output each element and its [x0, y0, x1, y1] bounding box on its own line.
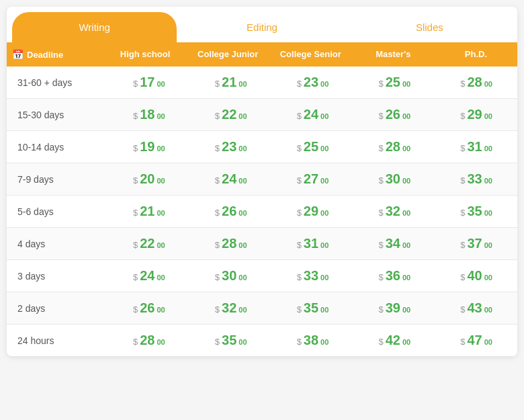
price-main: 25 [304, 139, 318, 155]
price-cell: $1700 [108, 67, 190, 98]
dollar-sign: $ [215, 337, 220, 347]
deadline-label: 31-60 + days [7, 69, 108, 96]
dollar-sign: $ [215, 79, 220, 89]
table-row: 3 days$2400$3000$3300$3600$4000 [7, 260, 517, 292]
price-cell: $1800 [108, 99, 190, 130]
price-main: 22 [222, 107, 236, 122]
price-main: 30 [222, 268, 236, 284]
deadline-label: 10-14 days [7, 134, 108, 161]
header-highschool: High school [104, 42, 187, 67]
deadline-label: 7-9 days [7, 166, 108, 193]
price-cents: 00 [157, 80, 165, 88]
price-cents: 00 [484, 144, 492, 153]
dollar-sign: $ [297, 240, 302, 250]
dollar-sign: $ [378, 79, 383, 89]
price-cell: $2900 [435, 99, 517, 130]
dollar-sign: $ [297, 272, 302, 282]
dollar-sign: $ [460, 240, 465, 250]
price-cents: 00 [238, 112, 247, 120]
dollar-sign: $ [133, 337, 138, 347]
dollar-sign: $ [378, 143, 383, 153]
deadline-label: 2 days [7, 295, 108, 322]
dollar-sign: $ [460, 272, 465, 282]
table-row: 5-6 days$2100$2600$2900$3200$3500 [7, 196, 517, 228]
price-cell: $3000 [353, 163, 435, 195]
dollar-sign: $ [297, 175, 302, 185]
dollar-sign: $ [215, 143, 220, 153]
dollar-sign: $ [378, 111, 383, 121]
header-phd: Ph.D. [435, 42, 517, 67]
price-main: 25 [386, 75, 400, 90]
price-cents: 00 [238, 80, 247, 88]
dollar-sign: $ [133, 143, 138, 153]
price-main: 22 [140, 236, 155, 251]
price-cell: $2700 [272, 163, 354, 195]
price-cents: 00 [157, 112, 165, 120]
price-main: 34 [386, 236, 400, 251]
price-main: 35 [222, 333, 236, 348]
table-row: 31-60 + days$1700$2100$2300$2500$2800 [7, 67, 517, 99]
price-main: 38 [304, 333, 318, 348]
price-cell: $3300 [435, 163, 517, 195]
tab-writing[interactable]: Writing [12, 12, 177, 42]
dollar-sign: $ [460, 175, 465, 185]
tab-slides[interactable]: Slides [347, 12, 512, 42]
price-cell: $2400 [190, 163, 272, 195]
price-cents: 00 [320, 306, 329, 314]
price-cell: $3400 [353, 228, 435, 259]
dollar-sign: $ [133, 272, 138, 282]
price-cents: 00 [402, 306, 410, 314]
price-cents: 00 [484, 112, 492, 120]
price-main: 31 [467, 139, 482, 155]
price-cell: $2000 [108, 163, 190, 195]
dollar-sign: $ [297, 111, 302, 121]
price-main: 30 [386, 171, 400, 187]
price-main: 27 [304, 171, 318, 187]
dollar-sign: $ [215, 111, 220, 121]
price-cell: $2100 [190, 67, 272, 98]
price-main: 32 [386, 204, 400, 219]
header-deadline: 📅 Deadline [7, 42, 104, 67]
price-cents: 00 [238, 338, 247, 346]
price-main: 28 [386, 139, 400, 155]
dollar-sign: $ [460, 337, 465, 347]
dollar-sign: $ [460, 208, 465, 218]
deadline-label: 4 days [7, 230, 108, 257]
price-main: 21 [222, 75, 236, 90]
price-cents: 00 [238, 274, 247, 282]
price-cell: $3700 [435, 228, 517, 259]
price-cents: 00 [484, 306, 492, 314]
price-main: 28 [222, 236, 236, 251]
header-college-senior: College Senior [269, 42, 352, 67]
price-cell: $2500 [353, 67, 435, 98]
tab-editing[interactable]: Editing [179, 12, 344, 42]
dollar-sign: $ [133, 111, 138, 121]
dollar-sign: $ [297, 143, 302, 153]
price-cell: $2200 [190, 99, 272, 130]
price-cell: $2400 [272, 99, 354, 130]
dollar-sign: $ [378, 337, 383, 347]
price-main: 18 [140, 107, 155, 122]
price-cents: 00 [157, 274, 165, 282]
price-cents: 00 [320, 177, 329, 185]
price-cell: $3500 [272, 292, 354, 324]
tab-bar: Writing Editing Slides [7, 7, 517, 42]
price-cell: $3500 [435, 196, 517, 227]
price-cell: $3300 [272, 260, 354, 292]
dollar-sign: $ [215, 304, 220, 314]
price-cents: 00 [157, 177, 165, 185]
price-cents: 00 [238, 177, 247, 185]
dollar-sign: $ [378, 272, 383, 282]
dollar-sign: $ [460, 143, 465, 153]
dollar-sign: $ [378, 240, 383, 250]
price-main: 26 [140, 300, 155, 316]
dollar-sign: $ [133, 208, 138, 218]
price-cell: $2800 [435, 67, 517, 98]
price-main: 43 [467, 300, 482, 316]
table-row: 4 days$2200$2800$3100$3400$3700 [7, 228, 517, 260]
price-main: 23 [222, 139, 236, 155]
dollar-sign: $ [297, 337, 302, 347]
price-main: 28 [140, 333, 155, 348]
price-cents: 00 [402, 338, 410, 346]
dollar-sign: $ [378, 304, 383, 314]
